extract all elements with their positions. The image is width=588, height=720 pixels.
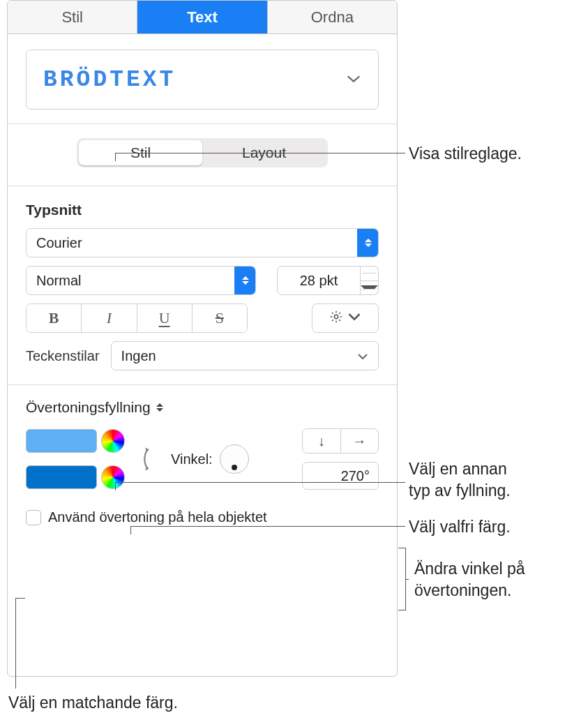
callout-leader [115, 153, 405, 153]
callout-leader [115, 153, 116, 161]
underline-button[interactable]: U [137, 304, 193, 332]
updown-icon [156, 403, 163, 412]
chevron-down-icon [346, 72, 361, 87]
font-size-stepper [361, 266, 379, 295]
font-size-field: 28 pkt [277, 266, 379, 295]
updown-icon [357, 229, 378, 257]
tab-text[interactable]: Text [137, 1, 267, 33]
callout-text: Välj en annantyp av fyllning. [409, 458, 511, 502]
font-size-up[interactable] [361, 267, 378, 281]
gear-icon [329, 310, 343, 327]
callout-text: Visa stilreglage. [409, 143, 522, 165]
fill-type-popup[interactable]: Övertoningsfyllning [26, 399, 379, 416]
font-family-popup[interactable]: Courier [26, 228, 379, 257]
bold-button[interactable]: B [27, 304, 82, 332]
callout-leader [115, 482, 405, 483]
font-weight-popup[interactable]: Normal [26, 266, 256, 295]
font-family-value: Courier [36, 235, 357, 251]
callout-leader [15, 598, 16, 689]
angle-dial[interactable] [220, 444, 249, 474]
angle-label: Vinkel: [171, 451, 213, 467]
angle-dial-indicator [232, 465, 237, 470]
paragraph-style-popup[interactable]: Brödtext [26, 50, 379, 110]
separator [8, 384, 397, 385]
direction-right-button[interactable]: → [341, 429, 379, 453]
font-section-label: Typsnitt [26, 202, 379, 218]
strikethrough-button[interactable]: S [193, 304, 247, 332]
svg-point-0 [334, 315, 338, 318]
chevron-down-icon [347, 310, 361, 327]
callout-leader [15, 598, 25, 599]
advanced-options-button[interactable] [312, 303, 379, 333]
chevron-down-icon [357, 348, 368, 363]
callout-text: Välj en matchande färg. [8, 692, 178, 714]
character-styles-value: Ingen [121, 348, 357, 364]
callout-text: Ändra vinkel påövertoningen. [414, 558, 525, 601]
apply-whole-object-checkbox[interactable] [26, 510, 41, 525]
callout-leader [115, 482, 116, 490]
callout-bracket [399, 548, 406, 610]
direction-buttons: ↓ → [302, 428, 379, 453]
character-styles-label: Teckenstilar [26, 348, 100, 364]
text-style-group: B I U S [26, 303, 248, 333]
font-weight-value: Normal [36, 273, 234, 289]
callout-leader [130, 526, 405, 527]
fill-type-label: Övertoningsfyllning [26, 399, 151, 416]
font-size-value[interactable]: 28 pkt [277, 266, 361, 295]
angle-value-field[interactable]: 270° [302, 462, 379, 490]
tab-ordna[interactable]: Ordna [268, 1, 397, 33]
callout-leader [406, 579, 409, 580]
tab-stil[interactable]: Stil [8, 1, 137, 33]
format-panel: Stil Text Ordna Brödtext Stil Layout Typ… [7, 0, 398, 677]
italic-button[interactable]: I [82, 304, 137, 332]
character-styles-popup[interactable]: Ingen [111, 341, 379, 370]
panel-tabs: Stil Text Ordna [8, 1, 397, 34]
gradient-color-2-swatch[interactable] [26, 465, 97, 489]
callout-text: Välj valfri färg. [409, 516, 511, 538]
color-wheel-1[interactable] [101, 429, 125, 453]
gradient-controls: Vinkel: ↓ → 270° [26, 428, 379, 490]
gradient-color-1-swatch[interactable] [26, 429, 97, 453]
font-size-down[interactable] [361, 281, 378, 295]
paragraph-style-label: Brödtext [43, 67, 176, 93]
apply-whole-object-label: Använd övertoning på hela objektet [48, 509, 267, 525]
updown-icon [234, 267, 255, 294]
color-wheel-2[interactable] [101, 465, 125, 489]
callout-leader [130, 526, 131, 534]
direction-down-button[interactable]: ↓ [303, 429, 341, 453]
swap-colors-button[interactable] [137, 440, 156, 479]
